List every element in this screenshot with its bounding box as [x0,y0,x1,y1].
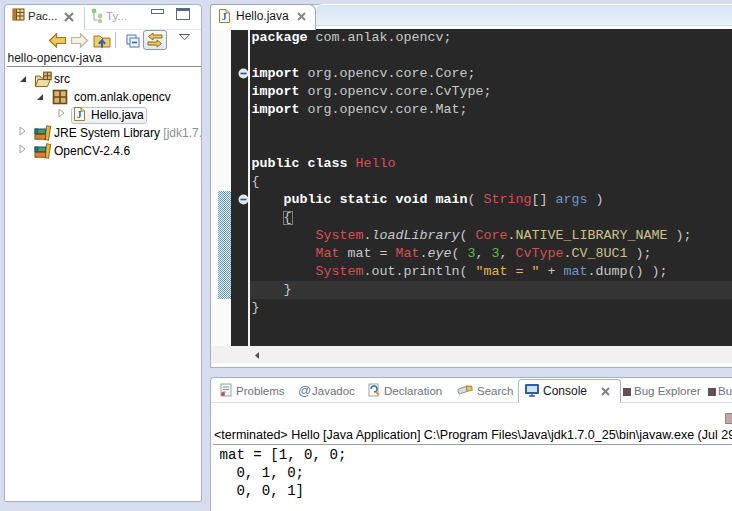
svg-text:J: J [222,12,227,22]
svg-text:J: J [76,110,81,120]
